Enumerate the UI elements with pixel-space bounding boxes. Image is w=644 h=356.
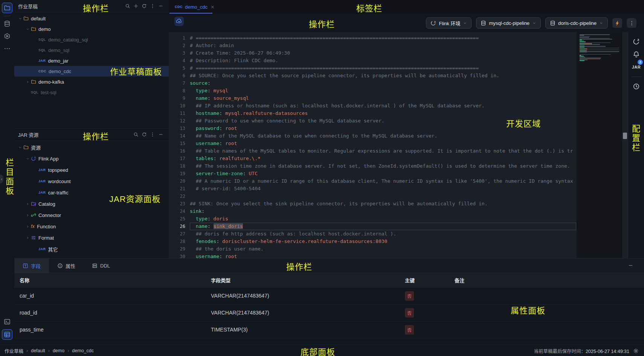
table-header-cell: 字段类型	[211, 277, 405, 284]
jar-item-format[interactable]: Format	[14, 232, 169, 243]
chevron-down-icon[interactable]	[25, 27, 30, 31]
line-code: # Description: Flink CDC demo.	[190, 57, 576, 64]
draft-item-label: default	[31, 16, 46, 21]
draft-more-icon[interactable]	[148, 2, 157, 10]
tab-fields[interactable]: 字段	[14, 258, 49, 273]
jar-type-badge: JAR	[38, 247, 46, 251]
jar-resource-panel: JAR 资源 资源Flink AppJARtopspeedJARwordcoun…	[14, 128, 169, 258]
sql-type-badge: SQL	[38, 38, 46, 41]
table-row[interactable]: road_idVARCHAR(2147483647)否	[14, 304, 644, 321]
jar-item-car-traffic[interactable]: JARcar-traffic	[14, 187, 169, 198]
chevron-down-icon[interactable]	[17, 145, 23, 150]
breadcrumb-item[interactable]: 作业草稿	[5, 347, 23, 354]
breadcrumb-item[interactable]: demo_cdc	[72, 348, 94, 353]
flink-panel-icon[interactable]	[628, 35, 644, 48]
minimap-line	[580, 43, 619, 44]
projects-icon[interactable]	[2, 3, 12, 13]
jar-item-flink-app[interactable]: Flink App	[14, 153, 169, 164]
bottom-panel-minimize-icon[interactable]	[628, 263, 633, 268]
editor-scrollbar[interactable]	[622, 32, 628, 258]
breadcrumb-item[interactable]: demo	[53, 348, 64, 353]
console-icon[interactable]	[2, 317, 12, 327]
jar-item-topspeed[interactable]: JARtopspeed	[14, 164, 169, 176]
database-icon[interactable]	[2, 19, 12, 29]
operations-icon[interactable]	[2, 31, 12, 41]
chevron-down-icon[interactable]	[25, 157, 30, 161]
breadcrumb-separator: ›	[48, 348, 50, 353]
tab-properties[interactable]: 属性	[49, 258, 84, 273]
more-icon[interactable]	[2, 44, 12, 53]
jar-item-label: 其它	[48, 246, 58, 253]
breadcrumb-item[interactable]: default	[31, 348, 45, 353]
line-number: 12	[169, 117, 190, 125]
sink-pipeline-select[interactable]: doris-cdc-pipeline	[545, 17, 608, 29]
source-pipeline-select[interactable]: mysql-cdc-pipeline	[476, 17, 541, 29]
table-row[interactable]: car_idVARCHAR(2147483647)否	[14, 287, 644, 304]
history-icon[interactable]	[628, 80, 644, 93]
chevron-right-icon[interactable]	[25, 80, 30, 84]
line-number: 14	[169, 132, 190, 140]
draft-item-default[interactable]: default	[14, 13, 169, 24]
editor-line: 24sink:	[169, 208, 577, 215]
draft-refresh-icon[interactable]	[140, 2, 148, 10]
code-editor[interactable]: 1# =====================================…	[169, 32, 577, 260]
notifications-icon[interactable]	[628, 48, 644, 61]
jar-panel-icon[interactable]: JAR2	[628, 61, 644, 73]
draft-item-demo-sql[interactable]: SQLdemo_sql	[14, 45, 169, 55]
table-row[interactable]: pass_timeTIMESTAMP(3)否	[14, 321, 644, 338]
jar-type-badge: JAR	[38, 59, 46, 63]
draft-minimize-icon[interactable]	[157, 2, 165, 10]
jar-item-资源[interactable]: 资源	[14, 142, 169, 153]
flink-icon	[430, 20, 436, 26]
minimap-line	[580, 45, 619, 46]
flink-env-select[interactable]: Flink 环境	[426, 17, 472, 29]
line-number: 26	[169, 223, 190, 230]
draft-item-test-sql[interactable]: SQLtest-sql	[14, 87, 169, 98]
run-lightning-button[interactable]	[612, 18, 622, 28]
draft-item-demo-jar[interactable]: JARdemo_jar	[14, 55, 169, 66]
editor-line: 26 name: sink_doris	[169, 223, 577, 230]
flink-icon	[31, 156, 36, 161]
jar-item-catalog[interactable]: Catalog	[14, 198, 169, 209]
jar-search-icon[interactable]	[132, 130, 140, 139]
result-table-icon[interactable]	[2, 329, 12, 340]
draft-item-demo[interactable]: demo	[14, 24, 169, 34]
tab-demo-cdc[interactable]: CDC demo_cdc	[170, 0, 218, 14]
chevron-down-icon	[463, 21, 467, 25]
chevron-right-icon[interactable]	[25, 202, 30, 206]
draft-item-demo-catalog-sql[interactable]: SQLdemo_catalog_sql	[14, 34, 169, 45]
jar-refresh-icon[interactable]	[140, 130, 148, 139]
jar-item-function[interactable]: fxFunction	[14, 221, 169, 232]
chevron-down-icon	[532, 21, 536, 25]
tab-ddl[interactable]: DDL	[84, 258, 118, 273]
line-code: ## doris fe http address (such as: local…	[190, 230, 576, 238]
field-name-cell: car_id	[14, 293, 211, 299]
chevron-right-icon[interactable]	[25, 236, 30, 240]
toolbar-more-button[interactable]	[627, 18, 636, 28]
jar-item-其它[interactable]: JAR其它	[14, 243, 169, 255]
editor-minimap[interactable]	[577, 32, 622, 258]
chevron-right-icon[interactable]	[25, 213, 30, 217]
jar-item-connector[interactable]: Connector	[14, 209, 169, 221]
draft-search-icon[interactable]	[124, 2, 132, 10]
save-time-value: 2025-06-27 14:49:31	[586, 349, 629, 354]
settings-gear-icon[interactable]	[633, 348, 639, 354]
field-type-cell: VARCHAR(2147483647)	[211, 310, 405, 316]
minimap-line	[580, 51, 619, 52]
save-time-label: 当前草稿最后保存时间：	[534, 349, 586, 354]
select-value: doris-cdc-pipeline	[558, 20, 597, 26]
chevron-down-icon[interactable]	[17, 17, 23, 21]
bottom-tab-label: 属性	[66, 262, 75, 269]
deploy-cloud-upload-button[interactable]	[174, 17, 184, 26]
draft-item-demo-cdc[interactable]: CDCdemo_cdc	[14, 66, 169, 76]
jar-more-icon[interactable]	[148, 130, 157, 139]
chevron-right-icon[interactable]	[25, 225, 30, 229]
draft-item-demo-kafka[interactable]: demo-kafka	[14, 76, 169, 87]
jar-item-wordcount[interactable]: JARwordcount	[14, 176, 169, 187]
scrollbar-thumb[interactable]	[623, 133, 627, 139]
draft-add-icon[interactable]	[132, 2, 140, 10]
jar-minimize-icon[interactable]	[157, 130, 165, 139]
cdc-type-badge: CDC	[38, 69, 46, 73]
breadcrumb: 作业草稿›default›demo›demo_cdc	[0, 347, 94, 354]
tab-close-icon[interactable]	[211, 5, 215, 9]
